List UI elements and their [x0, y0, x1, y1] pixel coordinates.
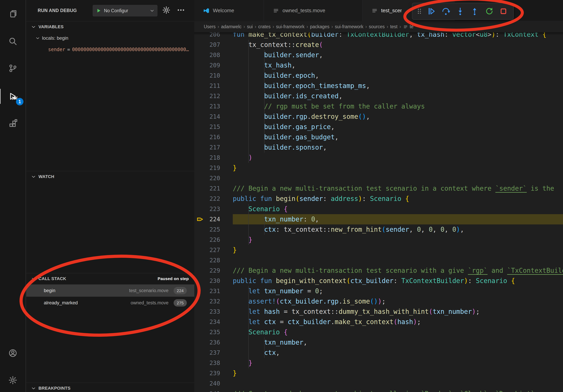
line-text[interactable]: /// Creates and shares system objects, a…	[233, 389, 563, 392]
glyph-margin[interactable]	[194, 224, 207, 235]
line-text[interactable]: txn_number,	[233, 337, 563, 348]
glyph-margin[interactable]	[194, 317, 207, 327]
activity-search[interactable]	[0, 31, 26, 51]
variables-section-header[interactable]: VARIABLES	[26, 21, 194, 32]
step-out-button[interactable]	[470, 7, 479, 16]
line-number[interactable]: 237	[207, 348, 220, 358]
line-text[interactable]: ctx: tx_context::new_from_hint(sender, 0…	[233, 224, 563, 235]
glyph-margin[interactable]	[194, 142, 207, 153]
line-text[interactable]: builder.sender,	[233, 50, 563, 60]
glyph-margin[interactable]	[194, 101, 207, 112]
line-text[interactable]: txn_number: 0,	[233, 214, 563, 224]
activity-extensions[interactable]	[0, 114, 26, 133]
line-number[interactable]: 236	[207, 337, 220, 348]
code-viewport[interactable]: 206fun make_tx_context(builder: TxContex…	[194, 32, 563, 392]
line-text[interactable]: }	[233, 163, 563, 173]
glyph-margin[interactable]	[194, 235, 207, 245]
line-number[interactable]: 239	[207, 368, 220, 378]
line-text[interactable]: public fun begin(sender: address): Scena…	[233, 194, 563, 204]
line-text[interactable]: ctx,	[233, 348, 563, 358]
line-text[interactable]: Scenario {	[233, 204, 563, 214]
drag-handle-button[interactable]	[416, 7, 423, 16]
line-text[interactable]: }	[233, 235, 563, 245]
glyph-margin[interactable]	[194, 153, 207, 163]
glyph-margin[interactable]	[194, 204, 207, 214]
line-text[interactable]: builder.gas_budget,	[233, 132, 563, 142]
breadcrumb-item[interactable]: adamwelc	[221, 24, 242, 29]
line-number[interactable]: 214	[207, 112, 220, 122]
line-text[interactable]: tx_hash,	[233, 60, 563, 70]
line-number[interactable]: 209	[207, 60, 220, 70]
line-number[interactable]: 217	[207, 142, 220, 153]
glyph-margin[interactable]	[194, 173, 207, 183]
line-number[interactable]: 229	[207, 265, 220, 276]
line-text[interactable]: builder.gas_price,	[233, 122, 563, 132]
glyph-margin[interactable]	[194, 389, 207, 392]
debug-settings-gear-icon[interactable]	[162, 6, 171, 14]
watch-section-header[interactable]: WATCH	[26, 171, 194, 182]
line-number[interactable]: 228	[207, 255, 220, 265]
glyph-margin[interactable]	[194, 163, 207, 173]
line-text[interactable]: let txn_number = 0;	[233, 286, 563, 296]
line-text[interactable]: )	[233, 153, 563, 163]
line-number[interactable]: 213	[207, 101, 220, 112]
breadcrumb-item[interactable]: Users	[204, 24, 216, 29]
start-debug-icon[interactable]	[96, 8, 102, 14]
line-number[interactable]: 210	[207, 70, 220, 81]
line-text[interactable]: builder.sponsor,	[233, 142, 563, 153]
line-number[interactable]: 240	[207, 378, 220, 389]
breakpoints-section-header[interactable]: BREAKPOINTS	[26, 382, 194, 392]
glyph-margin[interactable]	[194, 358, 207, 368]
variable-row-sender[interactable]: sender = 0000000000000000000000000000000…	[26, 44, 194, 55]
line-text[interactable]: let hash = tx_context::dummy_tx_hash_wit…	[233, 307, 563, 317]
line-number[interactable]: 206	[207, 32, 220, 40]
continue-button[interactable]	[427, 7, 436, 16]
line-number[interactable]: 221	[207, 183, 220, 194]
line-text[interactable]: }	[233, 368, 563, 378]
line-number[interactable]: 211	[207, 81, 220, 91]
breadcrumb-item[interactable]: crates	[258, 24, 271, 29]
step-over-button[interactable]	[441, 7, 450, 16]
tab-Welcome[interactable]: Welcome	[194, 0, 264, 21]
glyph-margin[interactable]	[194, 132, 207, 142]
glyph-margin[interactable]	[194, 348, 207, 358]
line-text[interactable]: builder.rgp.destroy_some(),	[233, 112, 563, 122]
glyph-margin[interactable]	[194, 50, 207, 60]
variables-scope-row[interactable]: locals: begin	[26, 33, 194, 43]
glyph-margin[interactable]	[194, 337, 207, 348]
line-text[interactable]	[233, 378, 563, 389]
line-text[interactable]: // rgp must be set from the caller alway…	[233, 101, 563, 112]
activity-source-control[interactable]	[0, 58, 26, 78]
glyph-margin[interactable]	[194, 307, 207, 317]
breadcrumb-item[interactable]: packages	[310, 24, 329, 29]
line-number[interactable]: 235	[207, 327, 220, 337]
breadcrumb-item[interactable]: sui-framework	[276, 24, 304, 29]
glyph-margin[interactable]	[194, 327, 207, 337]
debug-config-dropdown[interactable]: No Configur	[93, 5, 157, 16]
breadcrumb-item[interactable]: te	[410, 24, 413, 29]
activity-run-and-debug[interactable]: 1	[0, 86, 26, 106]
activity-explorer[interactable]	[0, 4, 26, 24]
activity-accounts[interactable]	[0, 343, 26, 363]
glyph-margin[interactable]	[194, 81, 207, 91]
line-number[interactable]: 208	[207, 50, 220, 60]
line-number[interactable]: 224	[207, 214, 220, 224]
line-text[interactable]: fun make_tx_context(builder: TxContextBu…	[233, 32, 563, 40]
activity-settings[interactable]	[0, 370, 26, 390]
line-number[interactable]: 226	[207, 235, 220, 245]
breadcrumb-item[interactable]: sui	[247, 24, 253, 29]
stack-frame-begin[interactable]: begintest_scenario.move224	[26, 284, 194, 297]
glyph-margin[interactable]	[194, 60, 207, 70]
line-number[interactable]: 216	[207, 132, 220, 142]
line-number[interactable]: 227	[207, 245, 220, 255]
line-number[interactable]: 212	[207, 91, 220, 101]
line-text[interactable]	[233, 173, 563, 183]
glyph-margin[interactable]	[194, 245, 207, 255]
line-number[interactable]: 230	[207, 276, 220, 286]
line-number[interactable]: 215	[207, 122, 220, 132]
glyph-margin[interactable]	[194, 32, 207, 40]
glyph-margin[interactable]	[194, 368, 207, 378]
line-text[interactable]: builder.ids_created,	[233, 91, 563, 101]
line-text[interactable]: tx_context::create(	[233, 40, 563, 50]
glyph-margin[interactable]	[194, 276, 207, 286]
